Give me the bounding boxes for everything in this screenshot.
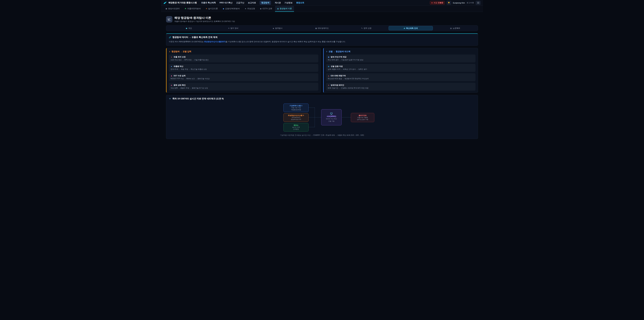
item-title: ESI 피해 위험구역 xyxy=(331,75,346,77)
item-title-row: ⚓ 방제자원 배치안 xyxy=(328,84,474,86)
item-desc: 면적×두께 → 유량 추정 → 확산모델 유출량 보정 xyxy=(170,68,317,71)
node-client: 클라이언트 유출지점·유출량 입력 및 결과 수령 xyxy=(351,113,374,122)
logout-button[interactable]: 로그아웃 xyxy=(466,2,474,4)
node-line: 바람·기온·기압 xyxy=(284,107,308,109)
item-title-row: ▲ ESI 피해 위험구역 xyxy=(328,75,474,77)
node-line: 입력 및 결과 수령 xyxy=(352,119,373,121)
tab-label: 확산예측 연계 xyxy=(406,27,418,30)
linkage-section-title: 항공탐색 데이터 → 유출유 확산예측 연계 체계 xyxy=(172,36,218,39)
sub-item-realtime-drone[interactable]: ✈ 실시간드론 xyxy=(204,6,220,12)
palette-icon: ◍ xyxy=(170,84,172,86)
node-satellite-receiving-system: 위성영상수신시스템 ② SST(NGSST) 토호쿠대학 FTP xyxy=(284,113,308,122)
tab-label: ESI 방제지도 xyxy=(318,27,329,30)
sub-item-label: 영상사진관리 xyxy=(168,8,180,10)
item-desc: 실측 유출유 위치 ↔ 예측값 오차 분석 → 정확도 평가 xyxy=(328,68,474,71)
tab-remote-sensing[interactable]: ◈ 원격탐사 xyxy=(256,26,300,30)
item-desc: NGSST FTP 수신 → Akima 보간 → 풍화모델 수온값 xyxy=(170,78,317,80)
linkage-section: 항공탐색 데이터 → 유출유 확산예측 연계 체계 이문진 박사 특허(등록특허… xyxy=(166,33,478,46)
model-input-panel: ⇩ 항공탐색 → 모델 입력 ● 유출 위치 보정 드론·위성 영상 → GPS… xyxy=(166,48,321,93)
chart-icon: ▥ xyxy=(328,66,330,67)
node-title: 위성영상수신시스템 ② xyxy=(284,114,308,117)
node-line: 실시간 조위 xyxy=(284,126,308,128)
page-heading-text: 해양 항공탐색·원격탐사 이론 유출유 원격탐지·항공감시 기법·ESI 방제정… xyxy=(174,16,235,23)
node-line: 토호쿠대학 FTP xyxy=(284,119,308,121)
aircraft-icon: ✈ xyxy=(228,27,230,29)
hamburger-line xyxy=(477,3,479,4)
item-title-row: ▥ 모델 검증 자료 xyxy=(328,65,474,68)
node-tide-station: 검조소 실시간 조위 조석정보 xyxy=(284,123,308,132)
list-item: ▥ 모델 검증 자료 실측 유출유 위치 ↔ 예측값 오차 분석 → 정확도 평… xyxy=(326,64,476,72)
sub-item-aerial-theory[interactable]: ▤ 항공탐색 이론 xyxy=(275,6,294,12)
item-title: 유출량 역산 xyxy=(174,65,183,68)
globe-icon: ◉ xyxy=(186,27,187,29)
nav-item-reports[interactable]: 보고자료 xyxy=(248,1,256,4)
pin-icon: ● xyxy=(170,56,172,58)
linkage-description: 이문진 박사 특허(등록특허 10-1567431)는 위성영상수신시스템(SS… xyxy=(169,40,475,43)
sub-item-cctv[interactable]: ◉ CCTV 조회 xyxy=(258,6,274,12)
link-icon: ⇄ xyxy=(404,27,405,29)
sub-item-oil-area-analysis[interactable]: ☘ 유출유면적분석 xyxy=(182,6,203,12)
nav-item-board[interactable]: 게시판 xyxy=(275,1,281,4)
item-desc: 확산경로×ESI 등급 → 항공탐색 ESI 현장확인 우선순위 xyxy=(328,78,474,80)
connector-line xyxy=(308,108,314,108)
tab-prediction-linkage[interactable]: ⇄ 확산예측 연계 xyxy=(388,26,433,30)
sub-item-label: CCTV 조회 xyxy=(262,8,272,10)
wing-logo-icon xyxy=(163,2,167,4)
page-subtitle: 유출유 원격탐지·항공감시 기법·ESI 방제정보지도·등록특허 10-1567… xyxy=(174,20,235,23)
app-logo[interactable]: 해양환경 위기대응 통합시스템 xyxy=(163,1,197,4)
tab-overview[interactable]: ◉ 개요 xyxy=(167,26,211,30)
item-title-row: ▦ 탐색 우선구역 제공 xyxy=(328,56,474,58)
hamburger-menu-button[interactable] xyxy=(476,1,481,5)
node-title: 클라이언트 xyxy=(352,114,373,117)
model-feedback-panel: ⇧ 모델 → 항공탐색 피드백 ▦ 탐색 우선구역 제공 확산 예측 결과 → … xyxy=(323,48,478,93)
thermometer-icon: ▮ xyxy=(170,75,172,77)
drone-icon: ✈ xyxy=(206,8,207,10)
sub-item-satellite-request[interactable]: ★ 위성요청 xyxy=(242,6,257,12)
tab-esi-map[interactable]: ▦ ESI 방제지도 xyxy=(300,26,344,30)
tab-papers-patents[interactable]: ▤ 논문특허 xyxy=(433,26,477,30)
sst-system-link[interactable]: 위성영상수신시스템(SST) xyxy=(204,41,226,43)
network-section-title-row: 특허 10-1567431 실시간 자료 연계 네트워크 (도면 9) xyxy=(169,97,475,100)
map-grid-icon: ▦ xyxy=(315,27,317,29)
sub-item-label: 실시간드론 xyxy=(208,8,218,10)
list-item: ■ 유출량 역산 면적×두께 → 유량 추정 → 확산모델 유출량 보정 xyxy=(169,64,318,72)
sub-item-image-management[interactable]: ▣ 영상사진관리 xyxy=(163,6,182,12)
main-content: 해양 항공탐색·원격탐사 이론 유출유 원격탐지·항공감시 기법·ESI 방제정… xyxy=(161,12,483,149)
nav-item-emergency-rescue[interactable]: 긴급구난 xyxy=(236,1,244,4)
sub-item-pollution-3d-analysis[interactable]: ◆ 오염/선박3D분석 xyxy=(221,6,242,12)
tab-label: 개요 xyxy=(188,27,192,30)
nav-item-aerial-search[interactable]: 항공탐색 xyxy=(260,1,271,5)
calculator-icon: ■ xyxy=(170,66,172,67)
satellite-icon: ★ xyxy=(245,8,246,10)
node-line: SST(NGSST) xyxy=(284,117,308,119)
list-item: ▦ 탐색 우선구역 제공 확산 예측 결과 → 다음 탐색 집중구역 자동 생성 xyxy=(326,55,476,62)
network-diagram: 기상예측시스템 ① 바람·기온·기압 국립환경과학원 위성영상수신시스템 ② S… xyxy=(263,104,381,132)
item-title: 방제자원 배치안 xyxy=(331,84,344,86)
nav-item-integrated-search[interactable]: 통합조회 xyxy=(296,1,304,4)
warning-icon: ▲ xyxy=(328,75,330,77)
notification-bell-button[interactable] xyxy=(446,1,451,5)
tab-label: 탐지 장비 xyxy=(230,27,238,30)
nav-item-hns-atmospheric[interactable]: HNS·대기확산 xyxy=(220,1,232,4)
tab-detection-equipment[interactable]: ✈ 탐지 장비 xyxy=(211,26,256,30)
server-monitor-icon xyxy=(330,112,333,115)
tab-label: 원격탐사 xyxy=(275,27,282,30)
page-title: 해양 항공탐색·원격탐사 이론 xyxy=(174,16,235,20)
line-chart-glyph xyxy=(168,18,171,21)
network-section-title: 특허 10-1567431 실시간 자료 연계 네트워크 (도면 9) xyxy=(172,97,224,100)
analysis-icon: ☘ xyxy=(185,8,186,10)
item-title: 모델 검증 자료 xyxy=(331,65,343,68)
nav-item-weather-info[interactable]: 기상정보 xyxy=(284,1,292,4)
list-item: ◍ 풍화 상태 확인 색상 분류 → 증발비 추정 → 풍화모델 초기값 보정 xyxy=(169,83,318,91)
item-title-row: ◍ 풍화 상태 확인 xyxy=(170,84,317,86)
nav-item-oil-spill-prediction[interactable]: 유출유 확산예측 xyxy=(201,1,216,4)
tab-area-calculation[interactable]: ✎ 면적 산정 xyxy=(344,26,388,30)
tab-label: 논문특허 xyxy=(453,27,460,30)
sub-item-label: 유출유면적분석 xyxy=(187,8,201,10)
inbox-icon: ⇩ xyxy=(169,51,170,53)
item-desc: 드론·위성 영상 → GPS 좌표 → 모델 유출지점 갱신 xyxy=(170,59,317,61)
navbar-left: 해양환경 위기대응 통합시스템 유출유 확산예측 HNS·대기확산 긴급구난 보… xyxy=(163,1,304,5)
photo-icon: ▣ xyxy=(166,8,167,10)
linkage-desc-pre: 이문진 박사 특허(등록특허 10-1567431)는 xyxy=(169,41,204,43)
navbar-right: 사고 진행중 Eunjeong Kim 로그아웃 xyxy=(430,1,481,5)
